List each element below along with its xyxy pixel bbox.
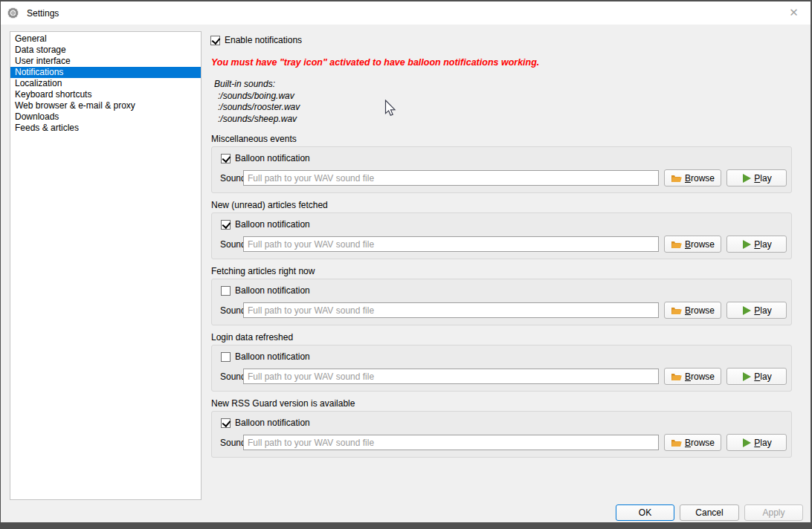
sound-path: :/sounds/rooster.wav <box>214 102 300 114</box>
balloon-notification-checkbox[interactable] <box>221 154 231 163</box>
sound-path-input[interactable] <box>243 435 659 450</box>
section-title: New RSS Guard version is available <box>211 398 792 409</box>
balloon-notification-checkbox[interactable] <box>221 418 231 428</box>
browse-button[interactable]: Browse <box>664 434 721 451</box>
play-button[interactable]: Play <box>726 169 787 186</box>
sound-path: :/sounds/boing.wav <box>214 91 300 103</box>
tray-icon-warning: You must have "tray icon" activated to h… <box>211 57 539 68</box>
sound-path-input[interactable] <box>243 302 659 318</box>
play-icon <box>741 371 752 382</box>
section-fetching-articles: Fetching articles right now Balloon noti… <box>211 266 792 276</box>
section-title: Login data refreshed <box>211 332 792 343</box>
balloon-notification-checkbox[interactable] <box>221 220 231 230</box>
section-login-data-refreshed: Login data refreshed Balloon notificatio… <box>211 332 792 343</box>
balloon-notification-label: Balloon notification <box>235 153 310 163</box>
section-new-articles-fetched: New (unread) articles fetched Balloon no… <box>211 200 792 210</box>
folder-icon <box>671 239 683 249</box>
section-title: Miscellaneous events <box>211 134 792 144</box>
balloon-notification-label: Balloon notification <box>235 418 310 428</box>
balloon-notification-checkbox[interactable] <box>221 286 231 296</box>
enable-notifications-row: Enable notifications <box>210 35 302 45</box>
play-button[interactable]: Play <box>726 302 787 319</box>
folder-icon <box>671 438 683 447</box>
settings-gear-icon <box>7 7 19 19</box>
balloon-notification-label: Balloon notification <box>235 285 310 296</box>
balloon-row: Balloon notification <box>221 219 310 230</box>
sound-path-input[interactable] <box>243 170 659 186</box>
sound-label: Sound <box>220 371 246 382</box>
sidebar-item-localization[interactable]: Localization <box>10 78 201 89</box>
browse-button-label: Browse <box>685 305 715 316</box>
section-panel: Balloon notification Sound Browse Play <box>211 345 792 392</box>
browse-button[interactable]: Browse <box>664 302 721 319</box>
sound-path-input[interactable] <box>243 236 659 252</box>
cancel-button[interactable]: Cancel <box>680 504 739 521</box>
balloon-row: Balloon notification <box>221 418 310 428</box>
sidebar-item-notifications[interactable]: Notifications <box>10 67 201 78</box>
browse-button-label: Browse <box>685 438 715 448</box>
balloon-row: Balloon notification <box>221 285 310 296</box>
settings-category-list: General Data storage User interface Noti… <box>10 31 202 500</box>
folder-icon <box>671 371 683 381</box>
balloon-notification-label: Balloon notification <box>235 351 310 362</box>
balloon-notification-label: Balloon notification <box>235 219 310 230</box>
play-icon <box>741 438 752 448</box>
ok-button[interactable]: OK <box>616 504 674 521</box>
title-bar: Settings ✕ <box>1 1 811 25</box>
close-icon[interactable]: ✕ <box>777 1 811 24</box>
sidebar-item-general[interactable]: General <box>10 33 201 45</box>
play-button-label: Play <box>754 305 771 316</box>
sound-label: Sound <box>220 305 246 316</box>
play-icon <box>741 173 752 184</box>
mouse-cursor <box>384 100 396 117</box>
sidebar-item-user-interface[interactable]: User interface <box>10 56 201 67</box>
built-in-sounds-block: Built-in sounds: :/sounds/boing.wav :/so… <box>214 79 300 125</box>
settings-dialog: Settings ✕ General Data storage User int… <box>1 1 811 522</box>
play-button[interactable]: Play <box>726 236 787 253</box>
sound-label: Sound <box>220 239 246 250</box>
sound-label: Sound <box>220 173 246 184</box>
section-panel: Balloon notification Sound Browse Play <box>211 279 792 325</box>
balloon-row: Balloon notification <box>221 153 310 163</box>
browse-button-label: Browse <box>685 371 715 382</box>
browse-button[interactable]: Browse <box>664 236 721 253</box>
built-in-sounds-header: Built-in sounds: <box>214 79 300 91</box>
sidebar-item-feeds-articles[interactable]: Feeds & articles <box>10 123 201 134</box>
section-title: New (unread) articles fetched <box>211 200 792 210</box>
play-button-label: Play <box>754 239 771 250</box>
sound-path-input[interactable] <box>243 369 659 384</box>
folder-icon <box>671 305 683 315</box>
play-button-label: Play <box>754 173 771 184</box>
enable-notifications-checkbox[interactable] <box>210 36 220 45</box>
window-title: Settings <box>27 8 59 19</box>
sound-label: Sound <box>220 438 246 448</box>
balloon-row: Balloon notification <box>221 351 310 362</box>
sidebar-item-web-browser[interactable]: Web browser & e-mail & proxy <box>10 100 201 111</box>
apply-button: Apply <box>744 504 803 521</box>
sidebar-item-keyboard-shortcuts[interactable]: Keyboard shortcuts <box>10 89 201 100</box>
browse-button-label: Browse <box>685 173 715 184</box>
section-new-version-available: New RSS Guard version is available Ballo… <box>211 398 792 409</box>
enable-notifications-label: Enable notifications <box>225 35 302 45</box>
play-icon <box>741 305 752 316</box>
play-button-label: Play <box>754 371 771 382</box>
section-title: Fetching articles right now <box>211 266 792 276</box>
play-button[interactable]: Play <box>726 368 787 385</box>
balloon-notification-checkbox[interactable] <box>221 352 231 362</box>
play-button-label: Play <box>754 438 771 448</box>
section-panel: Balloon notification Sound Browse Play <box>211 212 792 259</box>
play-button[interactable]: Play <box>726 434 787 451</box>
sidebar-item-downloads[interactable]: Downloads <box>10 111 201 123</box>
folder-icon <box>671 173 683 183</box>
browse-button[interactable]: Browse <box>664 169 721 186</box>
section-panel: Balloon notification Sound Browse Play <box>211 146 792 193</box>
sound-path: :/sounds/sheep.wav <box>214 114 300 126</box>
sidebar-item-data-storage[interactable]: Data storage <box>10 45 201 56</box>
browse-button[interactable]: Browse <box>664 368 721 385</box>
section-miscellaneous-events: Miscellaneous events Balloon notificatio… <box>211 134 792 144</box>
play-icon <box>741 239 752 250</box>
section-panel: Balloon notification Sound Browse Play <box>211 411 792 458</box>
browse-button-label: Browse <box>685 239 715 250</box>
